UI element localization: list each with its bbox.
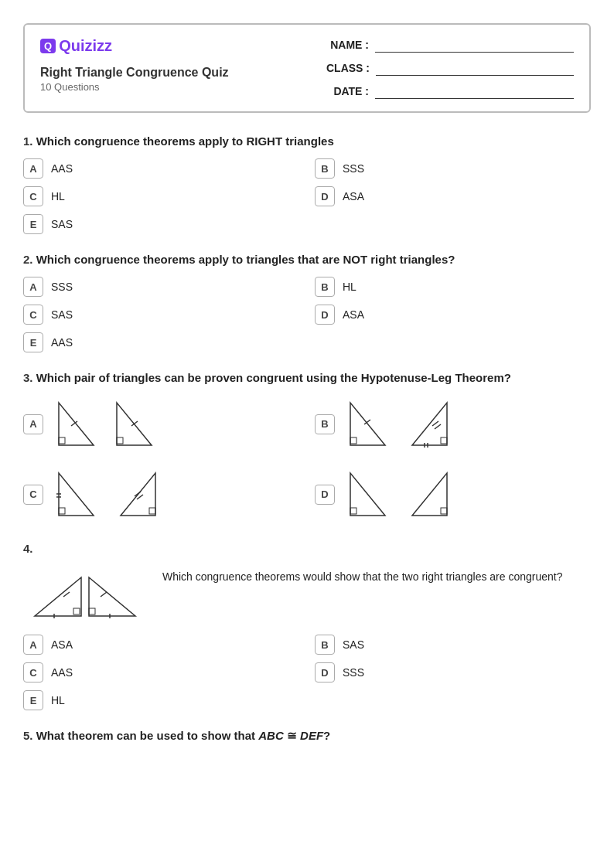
question-4-number: 4. [23,542,591,555]
question-4-image [23,566,147,627]
svg-marker-23 [350,473,385,516]
svg-rect-16 [59,508,65,514]
option-4d[interactable]: D SSS [315,662,591,682]
option-3b[interactable]: B [315,395,591,453]
logo-icon: Q [40,39,56,53]
option-label-1b: B [315,158,335,179]
question-4-content: Which congruence theorems would show tha… [23,566,591,627]
option-2b[interactable]: B HL [315,277,591,297]
question-3-image-options: A B [23,395,591,523]
class-input[interactable] [376,60,574,76]
header: Q Quizizz Right Triangle Congruence Quiz… [23,23,591,113]
svg-rect-7 [350,437,356,444]
option-text-1c: HL [51,190,65,203]
option-2a[interactable]: A SSS [23,277,299,297]
question-1-options: A AAS B SSS C HL D ASA E SAS [23,158,591,234]
option-1a[interactable]: A AAS [23,158,299,179]
question-4: 4. Which congruence theorems would show … [23,542,591,710]
logo-text: Quizizz [59,37,112,55]
option-2e[interactable]: E AAS [23,332,299,352]
option-4c[interactable]: C AAS [23,662,299,682]
date-input[interactable] [375,83,574,99]
svg-rect-24 [350,508,356,514]
class-field-row: CLASS : [326,60,574,76]
svg-line-14 [435,424,441,429]
option-label-1c: C [23,186,43,206]
header-left: Q Quizizz Right Triangle Congruence Quiz… [40,37,229,93]
option-text-1a: AAS [51,162,73,175]
question-1-text: Which congruence theorems apply to RIGHT… [36,134,334,148]
option-4a[interactable]: A ASA [23,635,299,655]
svg-marker-15 [59,473,94,516]
q4-triangle-svg [23,566,147,624]
logo: Q Quizizz [40,37,229,55]
question-5: 5. What theorem can be used to show that… [23,729,591,743]
option-2d[interactable]: D ASA [315,305,591,325]
option-text-1d: ASA [343,190,364,203]
svg-marker-31 [89,577,135,616]
date-field-row: DATE : [326,83,574,99]
triangle-image-3d [343,465,462,523]
quiz-title: Right Triangle Congruence Quiz [40,66,229,80]
triangle-image-3b [343,395,462,453]
option-1d[interactable]: D ASA [315,186,591,206]
option-1e[interactable]: E SAS [23,214,299,234]
question-4-text: Which congruence theorems would show tha… [162,566,563,585]
option-label-1a: A [23,158,43,179]
triangle-image-3a [51,395,171,453]
name-field-row: NAME : [326,37,574,53]
option-1b[interactable]: B SSS [315,158,591,179]
svg-line-13 [432,421,438,426]
option-1c[interactable]: C HL [23,186,299,206]
header-right: NAME : CLASS : DATE : [326,37,574,99]
svg-marker-0 [59,403,94,445]
question-4-options: A ASA B SAS C AAS D SSS E HL [23,635,591,710]
question-2: 2. Which congruence theorems apply to tr… [23,253,591,352]
class-label: CLASS : [326,62,370,74]
svg-marker-25 [412,473,447,516]
svg-rect-28 [73,608,80,614]
date-label: DATE : [326,85,369,97]
option-4e[interactable]: E HL [23,690,299,710]
quiz-subtitle: 10 Questions [40,81,229,93]
option-text-1b: SSS [343,162,364,175]
question-1: 1. Which congruence theorems apply to RI… [23,134,591,234]
option-label-1d: D [315,186,335,206]
question-2-text: Which congruence theorems apply to trian… [36,253,455,266]
svg-line-34 [101,592,107,597]
option-3a[interactable]: A [23,395,299,453]
svg-rect-4 [117,437,123,444]
option-3c[interactable]: C [23,465,299,523]
name-label: NAME : [326,39,369,51]
svg-rect-26 [441,508,447,514]
svg-rect-32 [89,608,95,614]
option-4b[interactable]: B SAS [315,635,591,655]
svg-rect-1 [59,437,65,444]
svg-marker-9 [412,403,447,445]
option-3d[interactable]: D [315,465,591,523]
triangle-image-3c [51,465,171,523]
question-3-text: Which pair of triangles can be proven co… [36,371,511,384]
question-5-number: 5. What theorem can be used to show that… [23,729,591,743]
question-1-number: 1. Which congruence theorems apply to RI… [23,134,591,148]
option-label-1e: E [23,214,43,234]
svg-marker-27 [35,577,81,616]
name-input[interactable] [375,37,574,53]
question-2-number: 2. Which congruence theorems apply to tr… [23,253,591,266]
question-2-options: A SSS B HL C SAS D ASA E AAS [23,277,591,352]
question-3: 3. Which pair of triangles can be proven… [23,371,591,523]
svg-rect-10 [441,437,447,444]
svg-rect-20 [149,508,155,514]
question-5-partial: What theorem can be used to show that AB… [36,729,331,742]
svg-marker-6 [350,403,385,445]
option-text-1e: SAS [51,218,73,230]
option-2c[interactable]: C SAS [23,305,299,325]
svg-line-30 [63,592,70,597]
question-3-number: 3. Which pair of triangles can be proven… [23,371,591,384]
